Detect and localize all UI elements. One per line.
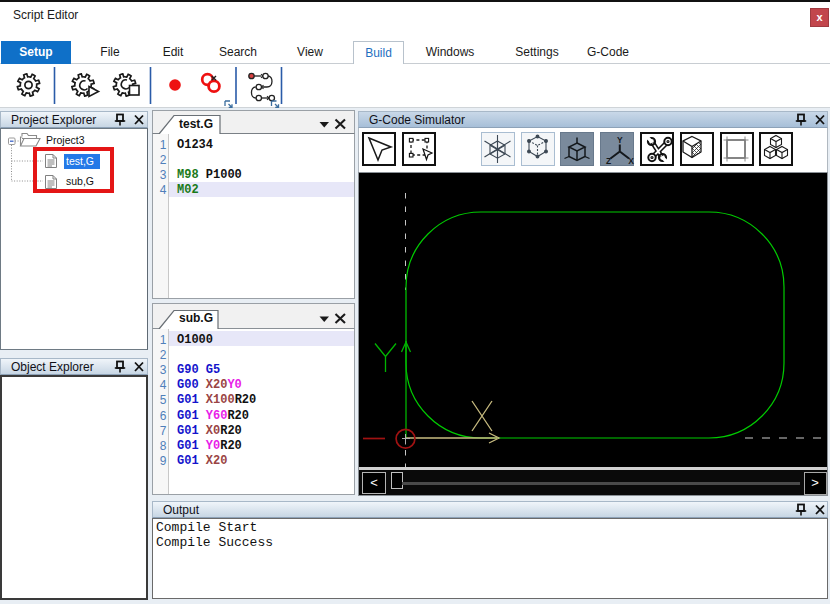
svg-text:Z: Z	[606, 156, 611, 166]
svg-text:X: X	[628, 156, 634, 166]
svg-text:Y: Y	[617, 135, 623, 145]
